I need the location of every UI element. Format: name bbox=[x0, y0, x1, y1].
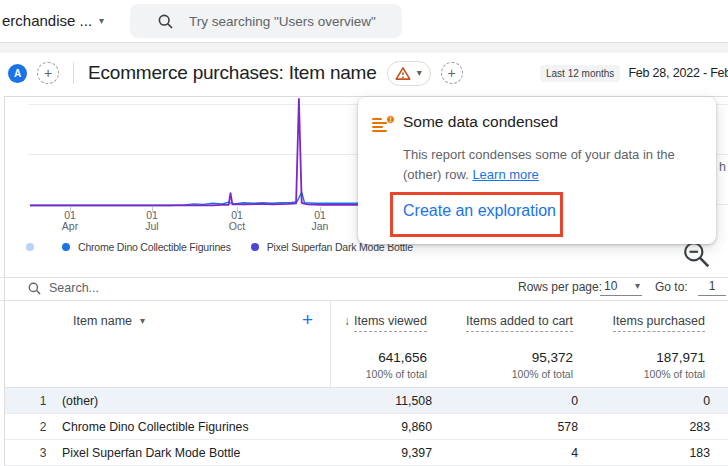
chart-lines-svg bbox=[0, 96, 400, 208]
table-search[interactable] bbox=[28, 281, 169, 295]
section-divider bbox=[0, 277, 728, 278]
date-cluster: Last 12 months Feb 28, 2022 - Feb 28 bbox=[540, 58, 728, 88]
search-icon bbox=[28, 282, 41, 295]
row-index: 3 bbox=[30, 440, 56, 466]
header-divider bbox=[73, 62, 74, 84]
property-switcher[interactable]: erchandise ... ▾ bbox=[2, 12, 104, 29]
report-header: A + Ecommerce purchases: Item name ▾ + bbox=[8, 58, 463, 88]
row-items-viewed: 9,860 bbox=[262, 414, 432, 440]
warning-icon bbox=[395, 66, 411, 81]
create-exploration-link[interactable]: Create an exploration bbox=[403, 202, 556, 220]
data-condensed-icon: ! bbox=[372, 118, 394, 134]
x-axis-label: 01Oct bbox=[222, 210, 252, 232]
data-quality-button[interactable]: ▾ bbox=[387, 61, 431, 86]
table-top-divider bbox=[0, 300, 728, 301]
legend-item[interactable] bbox=[26, 243, 42, 251]
rows-per-page-label: Rows per page: bbox=[518, 280, 602, 294]
x-axis-label: 01Jul bbox=[137, 210, 167, 232]
zoom-out-button[interactable] bbox=[682, 240, 712, 270]
chevron-down-icon: ▾ bbox=[417, 68, 422, 78]
property-name: erchandise ... bbox=[2, 12, 92, 29]
subheader-band bbox=[0, 43, 728, 53]
chart-legend: Chrome Dino Collectible Figurines Pixel … bbox=[26, 239, 413, 255]
row-items-purchased: 183 bbox=[540, 440, 710, 466]
learn-more-link[interactable]: Learn more bbox=[472, 167, 538, 182]
legend-swatch bbox=[26, 243, 34, 251]
exclamation-badge: ! bbox=[386, 115, 395, 124]
data-condensed-dialog: ! Some data condensed This report conden… bbox=[358, 97, 716, 244]
dimension-header-label: Item name bbox=[73, 314, 132, 328]
total-items-purchased: 187,971 bbox=[535, 350, 705, 365]
goto-page-input[interactable] bbox=[698, 279, 726, 296]
row-items-purchased: 0 bbox=[540, 388, 710, 414]
sort-desc-icon: ↓ bbox=[344, 314, 350, 328]
add-comparison-button[interactable]: + bbox=[37, 62, 59, 84]
total-share: 100% of total bbox=[535, 368, 705, 380]
dialog-body-line1: This report condenses some of your data … bbox=[403, 147, 675, 162]
obscured-text-fragment: h bbox=[719, 160, 726, 174]
add-report-button[interactable]: + bbox=[441, 62, 463, 84]
ga4-report-screen: erchandise ... ▾ A + Ecommerce purchases… bbox=[0, 0, 728, 466]
row-items-purchased: 283 bbox=[540, 414, 710, 440]
global-search-input[interactable] bbox=[189, 14, 399, 29]
x-axis-label: 01Apr bbox=[55, 210, 85, 232]
avatar[interactable]: A bbox=[8, 64, 27, 83]
date-range-chip[interactable]: Last 12 months bbox=[540, 65, 620, 82]
dialog-title: Some data condensed bbox=[403, 113, 558, 131]
row-item-name: Pixel Superfan Dark Mode Bottle bbox=[62, 440, 240, 466]
row-index: 1 bbox=[30, 388, 56, 414]
column-header-items-purchased[interactable]: Items purchased bbox=[535, 314, 705, 328]
legend-item[interactable]: Chrome Dino Collectible Figurines bbox=[62, 241, 231, 253]
dialog-body: This report condenses some of your data … bbox=[403, 145, 708, 185]
table-row: 1 (other) 11,508 0 0 bbox=[5, 388, 728, 414]
top-bar: erchandise ... ▾ bbox=[0, 0, 728, 42]
row-item-name: Chrome Dino Collectible Figurines bbox=[62, 414, 249, 440]
row-items-viewed: 11,508 bbox=[262, 388, 432, 414]
dialog-body-line2: (other) row. bbox=[403, 167, 469, 182]
table-search-input[interactable] bbox=[49, 281, 169, 295]
legend-swatch bbox=[62, 243, 70, 251]
row-index: 2 bbox=[30, 414, 56, 440]
legend-swatch bbox=[251, 243, 259, 251]
date-range-text[interactable]: Feb 28, 2022 - Feb 28 bbox=[628, 66, 728, 80]
dimension-header[interactable]: Item name ▾ bbox=[73, 314, 145, 328]
x-axis-label: 01Jan bbox=[305, 210, 335, 232]
rows-per-page-select[interactable]: 10 ▾ bbox=[600, 279, 642, 296]
search-icon bbox=[158, 14, 173, 29]
goto-label: Go to: bbox=[655, 280, 688, 294]
total-items-viewed: 641,656 bbox=[257, 350, 427, 365]
table-row: 3 Pixel Superfan Dark Mode Bottle 9,397 … bbox=[5, 440, 728, 466]
total-share: 100% of total bbox=[257, 368, 427, 380]
column-header-items-viewed[interactable]: ↓Items viewed bbox=[257, 314, 427, 328]
global-search[interactable] bbox=[130, 4, 402, 38]
chevron-down-icon: ▾ bbox=[140, 316, 145, 326]
legend-label: Chrome Dino Collectible Figurines bbox=[78, 241, 231, 253]
rows-per-page-value: 10 bbox=[604, 279, 617, 293]
row-item-name: (other) bbox=[62, 388, 98, 414]
table-row: 2 Chrome Dino Collectible Figurines 9,86… bbox=[5, 414, 728, 440]
magnifier-minus-icon bbox=[682, 240, 712, 270]
page-title: Ecommerce purchases: Item name bbox=[88, 62, 377, 84]
row-items-viewed: 9,397 bbox=[262, 440, 432, 466]
chevron-down-icon: ▾ bbox=[99, 16, 104, 26]
chevron-down-icon: ▾ bbox=[635, 281, 640, 291]
